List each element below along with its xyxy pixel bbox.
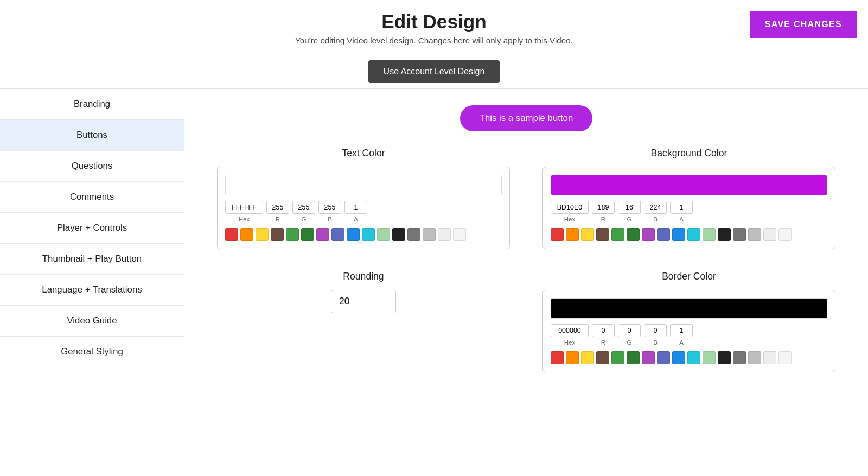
bg-color-b-input[interactable] <box>644 201 667 214</box>
g-label: G <box>292 216 315 223</box>
sample-button[interactable]: This is a sample button <box>460 105 593 131</box>
swatch[interactable] <box>687 351 700 364</box>
swatch[interactable] <box>301 228 314 241</box>
swatch[interactable] <box>331 228 344 241</box>
swatch[interactable] <box>733 228 746 241</box>
a-label-border: A <box>670 339 693 346</box>
border-color-hex-input[interactable] <box>551 324 589 337</box>
sidebar-item-video-guide[interactable]: Video Guide <box>0 306 184 337</box>
swatch[interactable] <box>362 228 375 241</box>
swatch[interactable] <box>566 351 579 364</box>
swatch[interactable] <box>581 351 594 364</box>
swatch[interactable] <box>611 228 624 241</box>
bg-color-hex-input[interactable] <box>551 201 589 214</box>
top-bar: Edit Design You're editing Video level d… <box>0 0 868 50</box>
swatch[interactable] <box>271 228 284 241</box>
text-color-labels: Hex R G B A <box>225 216 502 223</box>
border-color-labels: Hex R G B A <box>551 339 827 346</box>
swatch[interactable] <box>240 228 253 241</box>
background-color-inputs <box>551 201 827 214</box>
swatch[interactable] <box>423 228 436 241</box>
swatch[interactable] <box>596 351 609 364</box>
a-label-bg: A <box>670 216 693 223</box>
swatch[interactable] <box>687 228 700 241</box>
sidebar-item-questions[interactable]: Questions <box>0 151 184 182</box>
text-color-b-input[interactable] <box>318 201 341 214</box>
swatch[interactable] <box>748 351 761 364</box>
text-color-preview <box>225 175 502 195</box>
sidebar-item-player-controls[interactable]: Player + Controls <box>0 213 184 244</box>
text-color-title: Text Color <box>217 148 510 159</box>
border-color-r-input[interactable] <box>592 324 615 337</box>
background-color-title: Background Color <box>542 148 835 159</box>
hex-label-bg: Hex <box>551 216 589 223</box>
swatch[interactable] <box>672 228 685 241</box>
b-label-border: B <box>644 339 667 346</box>
swatch[interactable] <box>748 228 761 241</box>
swatch[interactable] <box>627 351 640 364</box>
g-label-bg: G <box>618 216 641 223</box>
sidebar-item-language-translations[interactable]: Language + Translations <box>0 275 184 306</box>
swatch[interactable] <box>778 351 792 364</box>
swatch[interactable] <box>763 351 776 364</box>
sidebar-item-branding[interactable]: Branding <box>0 89 184 120</box>
swatch[interactable] <box>407 228 420 241</box>
bg-color-g-input[interactable] <box>618 201 641 214</box>
swatch[interactable] <box>778 228 792 241</box>
r-label-bg: R <box>592 216 615 223</box>
text-color-r-input[interactable] <box>266 201 289 214</box>
bg-color-r-input[interactable] <box>592 201 615 214</box>
swatch[interactable] <box>225 228 238 241</box>
swatch[interactable] <box>642 228 655 241</box>
sidebar-item-thumbnail-play[interactable]: Thumbnail + Play Button <box>0 244 184 275</box>
save-changes-button[interactable]: SAVE CHANGES <box>750 11 857 38</box>
text-color-hex-input[interactable] <box>225 201 263 214</box>
bg-color-a-input[interactable] <box>670 201 693 214</box>
border-color-title: Border Color <box>542 271 835 282</box>
sidebar-item-general-styling[interactable]: General Styling <box>0 337 184 367</box>
content-area: This is a sample button Text Color H <box>184 89 868 389</box>
swatch[interactable] <box>733 351 746 364</box>
swatch[interactable] <box>438 228 451 241</box>
sidebar-item-buttons[interactable]: Buttons <box>0 120 184 151</box>
swatch[interactable] <box>316 228 329 241</box>
swatch[interactable] <box>627 228 640 241</box>
swatch[interactable] <box>718 228 731 241</box>
swatch[interactable] <box>566 228 579 241</box>
sample-button-wrap: This is a sample button <box>217 105 835 131</box>
text-color-a-input[interactable] <box>344 201 367 214</box>
swatch[interactable] <box>551 228 564 241</box>
swatch[interactable] <box>657 351 670 364</box>
swatch[interactable] <box>286 228 299 241</box>
swatch[interactable] <box>611 351 624 364</box>
swatch[interactable] <box>453 228 466 241</box>
rounding-input[interactable] <box>331 290 396 313</box>
swatch[interactable] <box>596 228 609 241</box>
swatch[interactable] <box>377 228 390 241</box>
border-color-g-input[interactable] <box>618 324 641 337</box>
swatch[interactable] <box>703 351 716 364</box>
bg-color-swatches <box>551 228 827 241</box>
a-label: A <box>344 216 367 223</box>
text-color-swatches <box>225 228 502 241</box>
swatch[interactable] <box>392 228 405 241</box>
text-color-section: Text Color Hex R G B A <box>217 148 510 249</box>
use-account-button[interactable]: Use Account Level Design <box>368 60 500 83</box>
main-layout: Branding Buttons Questions Comments Play… <box>0 88 868 389</box>
swatch[interactable] <box>657 228 670 241</box>
swatch[interactable] <box>703 228 716 241</box>
swatch[interactable] <box>551 351 564 364</box>
swatch[interactable] <box>256 228 269 241</box>
border-color-b-input[interactable] <box>644 324 667 337</box>
swatch[interactable] <box>581 228 594 241</box>
text-color-g-input[interactable] <box>292 201 315 214</box>
swatch[interactable] <box>718 351 731 364</box>
swatch[interactable] <box>642 351 655 364</box>
swatch[interactable] <box>763 228 776 241</box>
swatch[interactable] <box>347 228 360 241</box>
color-controls: Text Color Hex R G B A <box>217 148 835 372</box>
swatch[interactable] <box>672 351 685 364</box>
sidebar: Branding Buttons Questions Comments Play… <box>0 89 184 389</box>
border-color-a-input[interactable] <box>670 324 693 337</box>
sidebar-item-comments[interactable]: Comments <box>0 182 184 213</box>
